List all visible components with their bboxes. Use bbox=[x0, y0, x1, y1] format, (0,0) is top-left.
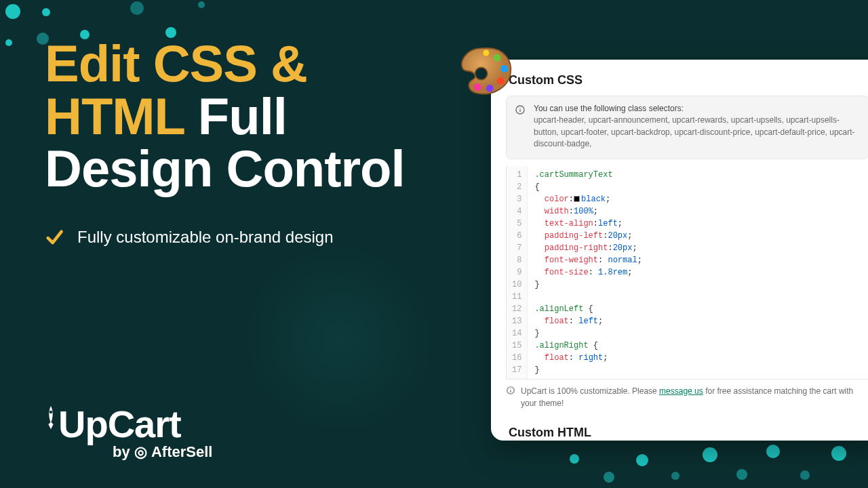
custom-css-title: Custom CSS bbox=[491, 60, 868, 96]
feature-bullet-text: Fully customizable on-brand design bbox=[77, 228, 334, 247]
page-headline: Edit CSS & HTML Full Design Control bbox=[45, 37, 425, 195]
palette-icon bbox=[454, 41, 515, 102]
custom-html-title: Custom HTML bbox=[491, 422, 868, 441]
info-icon bbox=[506, 386, 515, 395]
check-icon bbox=[45, 228, 64, 247]
logo-text-b: Cart bbox=[108, 402, 181, 446]
svg-point-9 bbox=[519, 108, 520, 108]
decor-glow bbox=[244, 244, 434, 434]
svg-point-3 bbox=[497, 77, 505, 85]
svg-point-12 bbox=[510, 388, 511, 389]
css-editor[interactable]: 1234567891011121314151617 .cartSummaryTe… bbox=[506, 166, 868, 380]
brand-logo: UpCart by ◎ AfterSell bbox=[45, 402, 212, 461]
svg-point-5 bbox=[474, 83, 481, 91]
settings-panel: Custom CSS You can use the following cla… bbox=[491, 60, 868, 441]
logo-sub-prefix: by bbox=[113, 443, 134, 460]
css-editor-code[interactable]: .cartSummaryText { color:black; width:10… bbox=[528, 166, 868, 379]
message-us-link[interactable]: message us bbox=[659, 386, 703, 396]
feature-bullet: Fully customizable on-brand design bbox=[45, 228, 334, 247]
rocket-icon bbox=[45, 406, 57, 437]
svg-point-1 bbox=[494, 54, 501, 62]
css-editor-gutter: 1234567891011121314151617 bbox=[507, 166, 528, 379]
svg-point-2 bbox=[500, 65, 508, 73]
note-pre: UpCart is 100% customizable. Please bbox=[521, 386, 659, 396]
logo-text-a: Up bbox=[58, 402, 108, 446]
info-icon bbox=[515, 104, 526, 115]
aftersell-glyph: ◎ bbox=[134, 443, 151, 460]
info-lead: You can use the following class selector… bbox=[534, 103, 859, 115]
svg-point-6 bbox=[483, 50, 489, 56]
logo-sub-brand: AfterSell bbox=[151, 443, 212, 460]
customization-note: UpCart is 100% customizable. Please mess… bbox=[506, 385, 868, 409]
svg-point-4 bbox=[486, 85, 494, 92]
info-selectors-list: upcart-header, upcart-announcement, upca… bbox=[534, 115, 859, 150]
svg-point-0 bbox=[50, 411, 52, 413]
css-selector-info: You can use the following class selector… bbox=[506, 96, 868, 159]
